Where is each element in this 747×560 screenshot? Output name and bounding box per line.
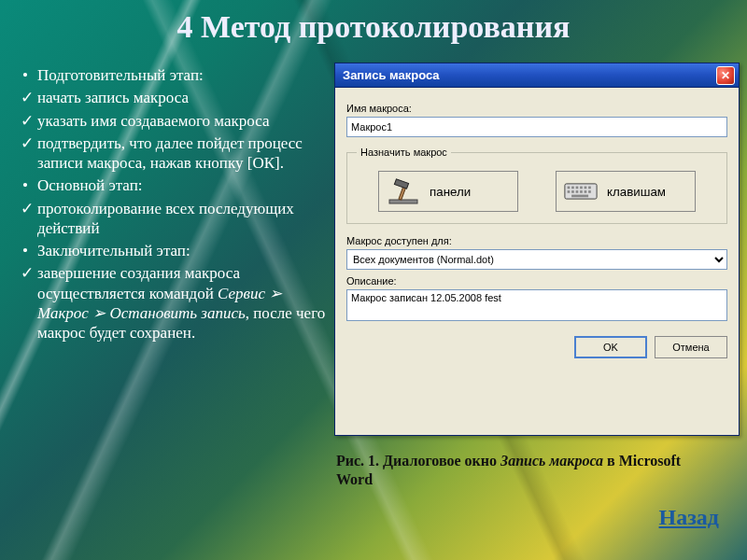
assign-panels-label: панели (430, 185, 471, 199)
svg-rect-13 (580, 190, 583, 193)
menu-cmd-2: Макрос (37, 304, 89, 322)
list-item: Основной этап: (19, 175, 327, 195)
svg-rect-7 (580, 187, 583, 189)
svg-rect-15 (588, 190, 591, 193)
list-item-text: протоколирование всех последующих действ… (37, 200, 294, 237)
dialog-title: Запись макроса (343, 68, 440, 82)
menu-cmd-3: Остановить запись (109, 304, 245, 322)
list-item: протоколирование всех последующих действ… (19, 199, 327, 239)
figure-caption: Рис. 1. Диалоговое окно Запись макроса в… (336, 452, 682, 489)
close-button[interactable]: ✕ (716, 66, 735, 85)
list-item: завершение создания макроса осуществляет… (19, 263, 327, 343)
svg-rect-12 (576, 190, 579, 193)
slide-root: 4 Метод протоколирования Подготовительны… (0, 0, 747, 560)
list-item: указать имя создаваемого макроса (19, 111, 327, 131)
menu-sep-1: ➢ (265, 285, 282, 302)
macro-name-input[interactable] (346, 117, 727, 137)
macro-desc-label: Описание: (346, 275, 727, 287)
dialog-titlebar[interactable]: Запись макроса ✕ (335, 63, 739, 88)
list-item-text: Заключительный этап: (37, 242, 190, 259)
menu-sep-2: ➢ (89, 304, 110, 322)
hammer-icon (387, 176, 420, 206)
svg-rect-9 (588, 187, 591, 189)
cancel-button[interactable]: Отмена (655, 336, 727, 358)
list-item: начать запись макроса (19, 88, 327, 107)
list-item: Подготовительный этап: (19, 65, 327, 85)
macro-available-select[interactable]: Всех документов (Normal.dot) (346, 249, 727, 270)
keyboard-icon (564, 176, 598, 206)
list-item: подтвердить, что далее пойдет процесс за… (19, 133, 327, 174)
svg-rect-5 (571, 187, 574, 189)
svg-rect-0 (389, 200, 417, 203)
macro-available-label: Макрос доступен для: (346, 235, 727, 246)
svg-rect-16 (571, 195, 588, 198)
list-item-text: указать имя создаваемого макроса (37, 112, 270, 130)
svg-rect-14 (585, 190, 587, 193)
svg-rect-8 (585, 187, 587, 189)
macro-record-dialog: Запись макроса ✕ Имя макроса: Назначить … (334, 63, 740, 436)
ok-button[interactable]: OK (574, 336, 647, 358)
svg-rect-6 (576, 187, 579, 189)
svg-rect-2 (394, 179, 408, 189)
assign-panels-button[interactable]: панели (378, 171, 518, 212)
slide-title: 4 Метод протоколирования (0, 9, 747, 45)
back-link[interactable]: Назад (659, 505, 719, 530)
list-item-text: Основной этап: (37, 176, 142, 194)
assign-macro-group: Назначить макрос панели (346, 147, 727, 224)
caption-prefix: Рис. 1. Диалоговое окно (336, 453, 500, 469)
svg-rect-10 (568, 190, 571, 193)
caption-italic: Запись макроса (500, 453, 603, 469)
menu-cmd-1: Сервис (218, 285, 265, 302)
text-content: Подготовительный этап: начать запись мак… (19, 65, 327, 345)
list-item-text: Подготовительный этап: (37, 66, 204, 84)
macro-name-label: Имя макроса: (346, 103, 727, 114)
list-item: Заключительный этап: (19, 241, 327, 260)
svg-rect-11 (571, 190, 574, 193)
list-item-text: подтвердить, что далее пойдет процесс за… (37, 134, 303, 172)
macro-desc-input[interactable] (346, 289, 727, 321)
assign-macro-legend: Назначить макрос (357, 147, 451, 158)
assign-keys-button[interactable]: клавишам (556, 171, 696, 212)
close-icon: ✕ (721, 69, 730, 82)
svg-rect-4 (568, 187, 571, 189)
list-item-text: начать запись макроса (37, 89, 189, 106)
dialog-body: Имя макроса: Назначить макрос панели (335, 88, 739, 366)
assign-keys-label: клавишам (607, 185, 666, 199)
final-prefix: завершение создания макроса осуществляет… (37, 264, 240, 301)
